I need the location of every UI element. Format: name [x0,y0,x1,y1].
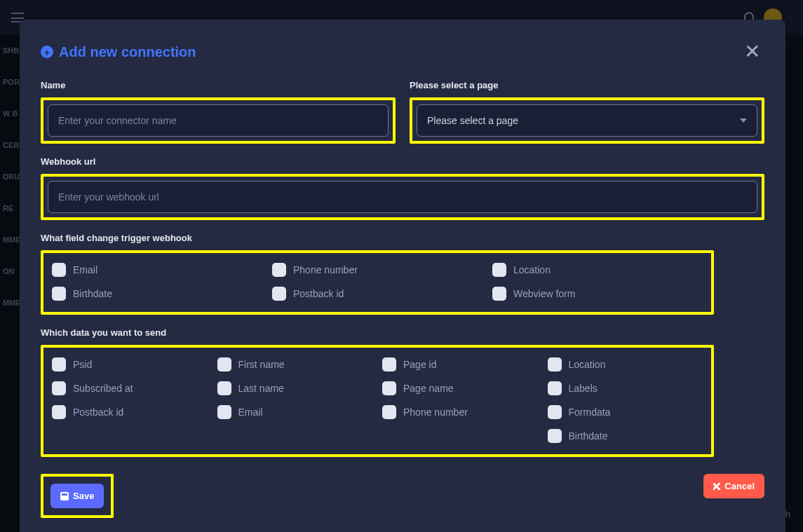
modal-title-text: Add new connection [59,44,196,60]
send-formdata[interactable]: Formdata [548,405,703,419]
send-last-name-label: Last name [238,383,284,394]
close-icon[interactable]: ✕ [740,39,764,64]
highlight-send: Psid First name Page id Location Subscri… [41,345,714,457]
send-formdata-label: Formdata [569,407,611,418]
send-first-name-checkbox[interactable] [217,357,231,371]
trigger-location[interactable]: Location [492,263,703,277]
cancel-button[interactable]: Cancel [703,474,764,498]
send-label: Which data you want to send [41,327,764,338]
cancel-button-label: Cancel [724,481,755,491]
send-first-name-label: First name [238,359,285,370]
send-psid-checkbox[interactable] [52,357,66,371]
send-subscribed-at-label: Subscribed at [73,383,133,394]
send-page-id-checkbox[interactable] [382,357,396,371]
send-page-id[interactable]: Page id [382,357,538,371]
send-formdata-checkbox[interactable] [548,405,562,419]
trigger-phone-checkbox[interactable] [272,263,286,277]
page-select[interactable]: Please select a page [417,104,757,137]
trigger-postback-checkbox[interactable] [272,287,286,301]
trigger-label: What field change trigger webhook [41,233,764,243]
send-last-name[interactable]: Last name [217,381,373,395]
send-birthdate-checkbox[interactable] [548,429,562,443]
send-location[interactable]: Location [548,357,703,371]
send-email[interactable]: Email [217,405,373,419]
send-last-name-checkbox[interactable] [217,381,231,395]
trigger-email-checkbox[interactable] [52,263,66,277]
save-button-label: Save [73,491,94,501]
trigger-phone[interactable]: Phone number [272,263,483,277]
modal-title: + Add new connection [41,44,196,60]
send-postback-id-label: Postback id [73,407,123,418]
send-psid-label: Psid [73,359,92,370]
send-postback-id-checkbox[interactable] [52,405,66,419]
close-icon [713,483,720,490]
trigger-postback[interactable]: Postback id [272,287,483,301]
send-page-name-checkbox[interactable] [382,381,396,395]
chevron-down-icon [740,118,747,123]
plus-circle-icon: + [41,46,53,58]
send-page-id-label: Page id [403,359,436,370]
send-first-name[interactable]: First name [217,357,373,371]
highlight-page: Please select a page [410,97,764,144]
trigger-email[interactable]: Email [52,263,262,277]
send-psid[interactable]: Psid [52,357,208,371]
trigger-phone-label: Phone number [293,264,358,275]
webhook-url-input[interactable] [48,181,757,213]
page-label: Please select a page [410,80,764,90]
trigger-birthdate-checkbox[interactable] [52,287,66,301]
trigger-email-label: Email [73,264,97,275]
trigger-webview-checkbox[interactable] [492,287,506,301]
send-postback-id[interactable]: Postback id [52,405,208,419]
highlight-trigger: Email Phone number Location Birthdate Po… [41,250,714,315]
send-phone-number-label: Phone number [403,407,468,418]
send-phone-number[interactable]: Phone number [382,405,538,419]
send-labels[interactable]: Labels [548,381,703,395]
send-labels-label: Labels [569,383,598,394]
send-email-label: Email [238,407,263,418]
send-labels-checkbox[interactable] [548,381,562,395]
webhook-label: Webhook url [41,156,764,167]
send-phone-number-checkbox[interactable] [382,405,396,419]
save-button[interactable]: Save [50,484,104,508]
highlight-name [41,97,396,144]
send-email-checkbox[interactable] [217,405,231,419]
send-birthdate-label: Birthdate [569,430,608,442]
trigger-postback-label: Postback id [293,288,344,299]
trigger-webview[interactable]: Webview form [492,287,703,301]
send-subscribed-at-checkbox[interactable] [52,381,66,395]
save-icon [60,492,69,500]
trigger-location-checkbox[interactable] [492,263,506,277]
page-select-value: Please select a page [427,115,518,126]
trigger-birthdate-label: Birthdate [73,288,112,299]
send-subscribed-at[interactable]: Subscribed at [52,381,208,395]
trigger-webview-label: Webview form [513,288,575,299]
send-birthdate[interactable]: Birthdate [548,429,703,443]
send-location-label: Location [569,359,606,370]
send-page-name[interactable]: Page name [382,381,538,395]
send-page-name-label: Page name [403,383,454,394]
trigger-birthdate[interactable]: Birthdate [52,287,262,301]
add-connection-modal: + Add new connection ✕ Name Please selec… [20,20,785,532]
name-label: Name [41,80,396,90]
send-location-checkbox[interactable] [548,357,562,371]
connector-name-input[interactable] [48,104,389,137]
highlight-save: Save [41,474,114,518]
trigger-location-label: Location [513,264,551,275]
highlight-webhook [41,174,764,220]
